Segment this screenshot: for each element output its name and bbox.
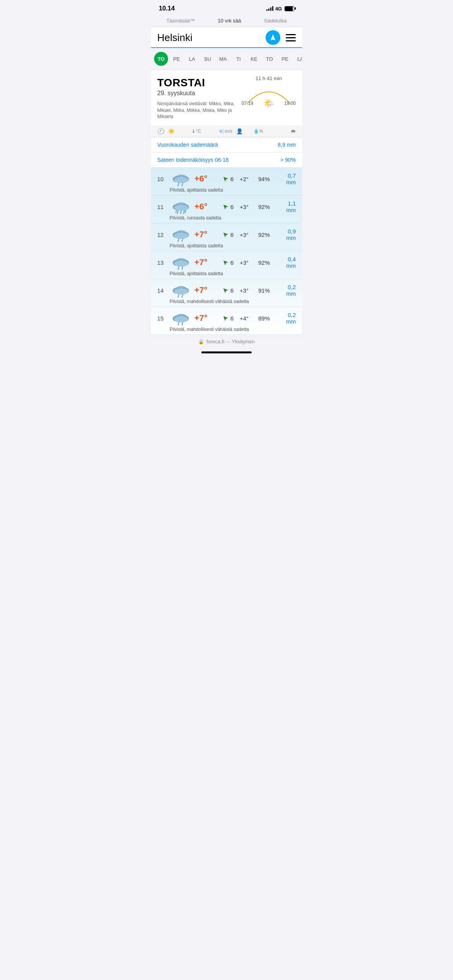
svg-line-5 [178, 183, 179, 186]
humid-2: 92% [258, 231, 275, 238]
footer: 🔒 foreca.fi – Yksityinen [151, 335, 302, 348]
lock-icon: 🔒 [198, 339, 204, 344]
feels-col-icon: 👤 [236, 128, 253, 134]
humid-4: 91% [258, 287, 275, 294]
svg-line-38 [178, 322, 179, 325]
svg-point-4 [174, 177, 188, 183]
wind-speed-0: 6 [230, 176, 238, 182]
sun-icon: 🌤️ [264, 98, 274, 108]
nav-10vrk[interactable]: 10 vrk sää [218, 18, 241, 24]
nav-tasmassaa[interactable]: Täsmäsää™ [166, 18, 195, 24]
svg-line-32 [178, 295, 179, 297]
svg-line-39 [182, 322, 183, 325]
day-item-2[interactable]: LA [185, 52, 199, 66]
status-bar: 10.14 4G [151, 0, 302, 15]
humid-3: 92% [258, 259, 275, 266]
daylight-duration: 11 h 41 min [256, 75, 282, 81]
footer-site: foreca.fi [206, 339, 224, 344]
name-days: Nimipäiväänsä viettävät: Mikko, Mika, Mi… [157, 101, 239, 120]
summary-row-0: Vuorokauden sademäärä 8,9 mm [151, 137, 302, 152]
hour-row-0: 10 +6° ➤ 6 +2° 94% 0,7 mm Pilvistä, ajoi… [151, 168, 302, 195]
wind-arrow-2: ➤ [220, 230, 230, 240]
rain-col-icon: 🌧 [270, 128, 296, 134]
svg-point-25 [174, 260, 188, 267]
hour-5: 15 [157, 315, 168, 322]
feels-5: +4° [240, 315, 257, 322]
temp-col-icon: 🌡°C [191, 128, 219, 134]
feels-2: +3° [240, 231, 257, 238]
cloud-icon-2 [171, 227, 191, 242]
cloud-icon-1 [171, 199, 191, 214]
hour-desc-0: Pilvistä, ajoittaista sadetta [157, 187, 223, 193]
humid-col-icon: 💧% [253, 128, 270, 134]
svg-line-20 [178, 239, 179, 242]
cloud-icon-0 [171, 171, 191, 186]
home-indicator [151, 348, 302, 358]
rain-5: 0,2 mm [277, 312, 296, 325]
svg-line-15 [185, 210, 186, 213]
feels-4: +3° [240, 287, 257, 294]
day-item-1[interactable]: PE [170, 52, 184, 66]
day-item-4[interactable]: MA [216, 52, 230, 66]
home-bar [201, 351, 252, 353]
hour-desc-2: Pilvistä, ajoittaista sadetta [157, 243, 223, 248]
header-actions [266, 30, 296, 45]
menu-button[interactable] [286, 34, 296, 41]
hour-row-4: 14 +7° ➤ 6 +3° 91% 0,2 mm Pilvistä, mahd… [151, 279, 302, 307]
svg-line-13 [184, 211, 184, 214]
day-item-8[interactable]: PE [278, 52, 292, 66]
svg-line-21 [182, 239, 183, 242]
day-item-9[interactable]: LA [293, 52, 302, 66]
wind-arrow-5: ➤ [220, 313, 230, 323]
rain-4: 0,2 mm [277, 284, 296, 297]
cloud-icon-3 [171, 255, 191, 270]
sunrise-time: 07.19 [242, 101, 253, 106]
rain-3: 0,4 mm [277, 256, 296, 269]
wind-arrow-4: ➤ [220, 285, 230, 295]
footer-separator: – [226, 339, 229, 344]
hour-2: 12 [157, 231, 168, 238]
date-section: TORSTAI 29. syyskuuta 11 h 41 min 07.19 … [151, 70, 302, 125]
svg-line-12 [180, 211, 181, 214]
hour-desc-5: Pilvistä, mahdollisesti vähäistä sadetta [157, 327, 249, 332]
hour-desc-1: Pilvistä, runsasta sadetta [157, 215, 221, 221]
city-name: Helsinki [157, 32, 192, 44]
signal-icon [266, 6, 273, 11]
hour-row-2: 12 +7° ➤ 6 +3° 92% 0,9 mm Pilvistä, ajoi… [151, 223, 302, 251]
hour-row-1: 11 +6° ➤ 6 +3° 92% 1,1 mm Pilvistä, runs… [151, 195, 302, 223]
wind-arrow-3: ➤ [220, 257, 230, 267]
rain-0: 0,7 mm [277, 172, 296, 185]
summary-value-0: 8,9 mm [278, 142, 296, 148]
day-item-6[interactable]: KE [247, 52, 261, 66]
wind-speed-1: 6 [230, 204, 238, 210]
header: Helsinki [151, 27, 302, 48]
temp-4: +7° [194, 285, 221, 295]
cloud-icon-4 [171, 283, 191, 298]
sun-arc: 11 h 41 min 07.19 🌤️ 19.00 [242, 75, 296, 108]
day-item-7[interactable]: TO [263, 52, 276, 66]
summary-label-0[interactable]: Vuorokauden sademäärä [157, 142, 218, 148]
column-headers: 🕙 ☀️ 🌡°C 💨m/s 👤 💧% 🌧 [151, 125, 302, 137]
nav-sadetutka[interactable]: Sadetutka [264, 18, 287, 24]
rain-1: 1,1 mm [277, 200, 296, 213]
svg-line-27 [182, 267, 183, 269]
temp-3: +7° [194, 257, 221, 267]
day-item-5[interactable]: TI [232, 52, 245, 66]
summary-label-1[interactable]: Sateen todennäköisyys 06-18 [157, 157, 228, 163]
hour-0: 10 [157, 176, 168, 182]
hour-4: 14 [157, 287, 168, 294]
summary-row-1: Sateen todennäköisyys 06-18 > 90% [151, 152, 302, 168]
feels-1: +3° [240, 204, 257, 210]
day-selector: TO PE LA SU MA TI KE TO PE LA [151, 48, 302, 70]
battery-icon [285, 6, 294, 11]
location-button[interactable] [266, 30, 280, 45]
wind-speed-2: 6 [230, 231, 238, 238]
svg-line-11 [177, 211, 178, 214]
day-item-0[interactable]: TO [154, 52, 168, 66]
day-item-3[interactable]: SU [201, 52, 214, 66]
svg-point-31 [174, 288, 188, 295]
temp-0: +6° [194, 174, 221, 184]
temp-2: +7° [194, 230, 221, 240]
hour-3: 13 [157, 259, 168, 266]
weather-col-icon: ☀️ [168, 128, 191, 134]
